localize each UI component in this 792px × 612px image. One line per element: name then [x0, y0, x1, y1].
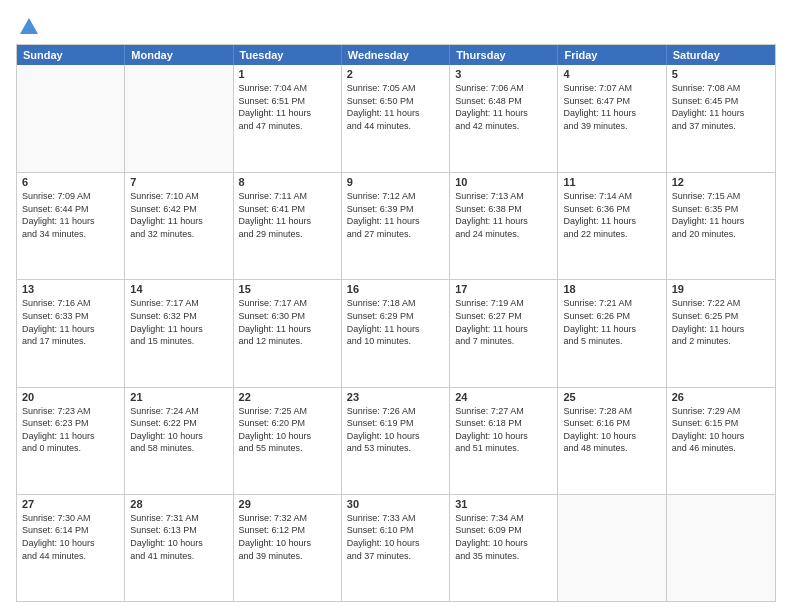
cell-line: Daylight: 11 hours: [455, 323, 552, 336]
cell-line: Sunset: 6:33 PM: [22, 310, 119, 323]
cell-line: Sunrise: 7:16 AM: [22, 297, 119, 310]
cell-line: and 12 minutes.: [239, 335, 336, 348]
cell-line: Daylight: 11 hours: [563, 107, 660, 120]
calendar-cell: 12Sunrise: 7:15 AMSunset: 6:35 PMDayligh…: [667, 173, 775, 279]
calendar-cell: 7Sunrise: 7:10 AMSunset: 6:42 PMDaylight…: [125, 173, 233, 279]
cell-line: and 39 minutes.: [239, 550, 336, 563]
day-number: 22: [239, 391, 336, 403]
cell-line: Sunrise: 7:11 AM: [239, 190, 336, 203]
cell-line: Daylight: 11 hours: [130, 323, 227, 336]
calendar-cell: 6Sunrise: 7:09 AMSunset: 6:44 PMDaylight…: [17, 173, 125, 279]
calendar-cell: 25Sunrise: 7:28 AMSunset: 6:16 PMDayligh…: [558, 388, 666, 494]
day-header-saturday: Saturday: [667, 45, 775, 65]
cell-line: and 17 minutes.: [22, 335, 119, 348]
cell-line: Sunset: 6:26 PM: [563, 310, 660, 323]
cell-line: Daylight: 11 hours: [22, 215, 119, 228]
cell-line: and 41 minutes.: [130, 550, 227, 563]
day-number: 11: [563, 176, 660, 188]
calendar-cell: 24Sunrise: 7:27 AMSunset: 6:18 PMDayligh…: [450, 388, 558, 494]
cell-line: Sunset: 6:51 PM: [239, 95, 336, 108]
cell-line: Sunrise: 7:15 AM: [672, 190, 770, 203]
cell-line: Daylight: 11 hours: [672, 215, 770, 228]
cell-line: Sunrise: 7:23 AM: [22, 405, 119, 418]
day-number: 15: [239, 283, 336, 295]
day-number: 2: [347, 68, 444, 80]
logo-text: [16, 16, 40, 38]
cell-line: and 27 minutes.: [347, 228, 444, 241]
cell-line: Sunrise: 7:19 AM: [455, 297, 552, 310]
cell-line: Sunrise: 7:10 AM: [130, 190, 227, 203]
day-number: 20: [22, 391, 119, 403]
cell-line: and 44 minutes.: [22, 550, 119, 563]
day-header-thursday: Thursday: [450, 45, 558, 65]
cell-line: Sunrise: 7:22 AM: [672, 297, 770, 310]
calendar-body: 1Sunrise: 7:04 AMSunset: 6:51 PMDaylight…: [17, 65, 775, 601]
day-number: 26: [672, 391, 770, 403]
cell-line: Sunrise: 7:30 AM: [22, 512, 119, 525]
day-header-monday: Monday: [125, 45, 233, 65]
cell-line: and 37 minutes.: [672, 120, 770, 133]
cell-line: Sunset: 6:15 PM: [672, 417, 770, 430]
cell-line: Daylight: 11 hours: [239, 323, 336, 336]
cell-line: Daylight: 11 hours: [672, 107, 770, 120]
day-number: 25: [563, 391, 660, 403]
cell-line: Daylight: 11 hours: [130, 215, 227, 228]
cell-line: Daylight: 11 hours: [22, 430, 119, 443]
cell-line: Sunset: 6:41 PM: [239, 203, 336, 216]
day-number: 10: [455, 176, 552, 188]
cell-line: Daylight: 11 hours: [22, 323, 119, 336]
calendar: SundayMondayTuesdayWednesdayThursdayFrid…: [16, 44, 776, 602]
day-number: 17: [455, 283, 552, 295]
calendar-cell: 13Sunrise: 7:16 AMSunset: 6:33 PMDayligh…: [17, 280, 125, 386]
cell-line: and 24 minutes.: [455, 228, 552, 241]
day-header-sunday: Sunday: [17, 45, 125, 65]
day-number: 14: [130, 283, 227, 295]
header: [16, 16, 776, 36]
day-number: 13: [22, 283, 119, 295]
calendar-cell: [558, 495, 666, 601]
cell-line: Sunrise: 7:08 AM: [672, 82, 770, 95]
cell-line: Sunset: 6:44 PM: [22, 203, 119, 216]
calendar-cell: 3Sunrise: 7:06 AMSunset: 6:48 PMDaylight…: [450, 65, 558, 172]
cell-line: Sunrise: 7:12 AM: [347, 190, 444, 203]
day-number: 29: [239, 498, 336, 510]
cell-line: Sunset: 6:13 PM: [130, 524, 227, 537]
cell-line: Sunset: 6:23 PM: [22, 417, 119, 430]
cell-line: Daylight: 10 hours: [239, 430, 336, 443]
day-number: 27: [22, 498, 119, 510]
cell-line: Sunrise: 7:21 AM: [563, 297, 660, 310]
cell-line: Daylight: 10 hours: [22, 537, 119, 550]
day-number: 23: [347, 391, 444, 403]
cell-line: Sunset: 6:39 PM: [347, 203, 444, 216]
cell-line: Daylight: 11 hours: [239, 107, 336, 120]
svg-marker-0: [20, 18, 38, 34]
cell-line: Sunrise: 7:17 AM: [239, 297, 336, 310]
cell-line: Daylight: 11 hours: [563, 323, 660, 336]
calendar-cell: 2Sunrise: 7:05 AMSunset: 6:50 PMDaylight…: [342, 65, 450, 172]
calendar-cell: 9Sunrise: 7:12 AMSunset: 6:39 PMDaylight…: [342, 173, 450, 279]
calendar-cell: 19Sunrise: 7:22 AMSunset: 6:25 PMDayligh…: [667, 280, 775, 386]
cell-line: Sunset: 6:16 PM: [563, 417, 660, 430]
cell-line: Sunset: 6:22 PM: [130, 417, 227, 430]
cell-line: Sunrise: 7:27 AM: [455, 405, 552, 418]
cell-line: Sunset: 6:35 PM: [672, 203, 770, 216]
calendar-cell: 21Sunrise: 7:24 AMSunset: 6:22 PMDayligh…: [125, 388, 233, 494]
day-number: 31: [455, 498, 552, 510]
cell-line: Sunrise: 7:31 AM: [130, 512, 227, 525]
cell-line: Daylight: 11 hours: [455, 107, 552, 120]
cell-line: Sunset: 6:25 PM: [672, 310, 770, 323]
cell-line: Daylight: 11 hours: [347, 323, 444, 336]
calendar-week-5: 27Sunrise: 7:30 AMSunset: 6:14 PMDayligh…: [17, 494, 775, 601]
cell-line: and 44 minutes.: [347, 120, 444, 133]
day-number: 9: [347, 176, 444, 188]
cell-line: and 20 minutes.: [672, 228, 770, 241]
calendar-cell: 14Sunrise: 7:17 AMSunset: 6:32 PMDayligh…: [125, 280, 233, 386]
calendar-cell: [17, 65, 125, 172]
calendar-cell: 15Sunrise: 7:17 AMSunset: 6:30 PMDayligh…: [234, 280, 342, 386]
cell-line: Daylight: 11 hours: [672, 323, 770, 336]
cell-line: Sunset: 6:50 PM: [347, 95, 444, 108]
day-number: 28: [130, 498, 227, 510]
cell-line: Daylight: 10 hours: [239, 537, 336, 550]
cell-line: Sunset: 6:45 PM: [672, 95, 770, 108]
cell-line: and 35 minutes.: [455, 550, 552, 563]
